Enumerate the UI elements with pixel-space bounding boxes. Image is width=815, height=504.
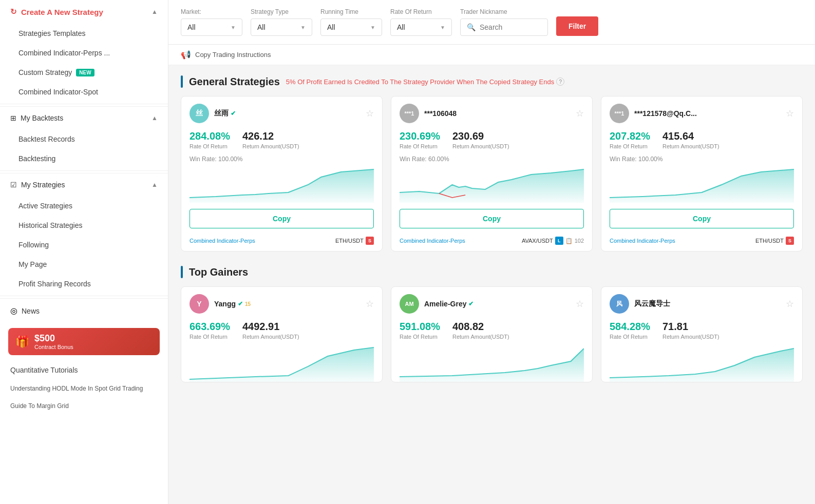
win-rate: Win Rate: 100.00% bbox=[601, 156, 802, 167]
sidebar-item-margin-grid[interactable]: Guide To Margin Grid bbox=[0, 397, 168, 415]
star-button[interactable]: ☆ bbox=[366, 108, 374, 119]
card-footer: Combined Indicator-Perps ETH/USDT S bbox=[181, 235, 382, 251]
market-select[interactable]: All ▼ bbox=[181, 18, 242, 36]
trader-nickname-group: Trader Nickname 🔍 bbox=[460, 8, 548, 36]
card-tag[interactable]: Combined Indicator-Perps bbox=[189, 238, 255, 244]
sidebar-item-custom-strategy[interactable]: Custom Strategy NEW bbox=[0, 63, 168, 82]
sidebar-item-hodl[interactable]: Understanding HODL Mode In Spot Grid Tra… bbox=[0, 380, 168, 397]
strategies-icon: ☑ bbox=[10, 181, 17, 189]
amount-value: 230.69 bbox=[452, 130, 509, 142]
chevron-down-icon: ▼ bbox=[370, 25, 375, 30]
rate-value: 230.69% bbox=[400, 130, 440, 142]
card-footer: Combined Indicator-Perps ETH/USDT S bbox=[601, 235, 802, 251]
card-header: ***1 ***121578@Qq.C... ☆ bbox=[601, 96, 802, 127]
amount-value: 408.82 bbox=[452, 321, 509, 333]
return-amount-stat: 415.64 Return Amount(USDT) bbox=[662, 130, 719, 149]
card-pair: ETH/USDT S bbox=[335, 237, 374, 245]
sidebar-item-strategies-templates[interactable]: Strategies Templates bbox=[0, 24, 168, 43]
username: ***121578@Qq.C... bbox=[634, 109, 697, 118]
strategy-type-select[interactable]: All ▼ bbox=[251, 18, 312, 36]
sidebar-item-backtest-records[interactable]: Backtest Records bbox=[0, 129, 168, 149]
amount-label: Return Amount(USDT) bbox=[662, 143, 719, 149]
star-button[interactable]: ☆ bbox=[786, 108, 794, 119]
verified-icon: ✔ bbox=[231, 110, 236, 117]
sidebar-item-profit-sharing-records[interactable]: Profit Sharing Records bbox=[0, 274, 168, 294]
running-time-label: Running Time bbox=[320, 8, 382, 15]
content-area: General Strategies 5% Of Profit Earned I… bbox=[168, 65, 815, 407]
sidebar-item-combined-indicator-perps[interactable]: Combined Indicator-Perps ... bbox=[0, 43, 168, 63]
bonus-banner[interactable]: 🎁 $500 Contract Bonus bbox=[8, 328, 160, 355]
running-time-select[interactable]: All ▼ bbox=[320, 18, 382, 36]
sidebar-item-label: Historical Strategies bbox=[18, 221, 83, 229]
card-stats: 230.69% Rate Of Return 230.69 Return Amo… bbox=[391, 127, 592, 156]
card-pair: ETH/USDT S bbox=[755, 237, 794, 245]
star-button[interactable]: ☆ bbox=[576, 298, 584, 309]
avatar: 丝 bbox=[189, 104, 209, 123]
general-strategies-grid: 丝 丝雨 ✔ ☆ 284.08% Rate Of Return 426.12 bbox=[181, 96, 803, 251]
rate-label: Rate Of Return bbox=[610, 334, 650, 340]
divider bbox=[0, 170, 168, 171]
rate-of-return-label: Rate Of Return bbox=[390, 8, 452, 15]
copy-button-3[interactable]: Copy bbox=[610, 209, 794, 228]
sidebar-item-backtesting[interactable]: Backtesting bbox=[0, 149, 168, 168]
return-amount-stat: 426.12 Return Amount(USDT) bbox=[242, 130, 299, 149]
copy-button-2[interactable]: Copy bbox=[400, 209, 584, 228]
news-section[interactable]: ◎ News bbox=[0, 298, 168, 323]
rate-of-return-stat: 591.08% Rate Of Return bbox=[400, 321, 440, 340]
sidebar-item-my-page[interactable]: My Page bbox=[0, 255, 168, 274]
sidebar-item-active-strategies[interactable]: Active Strategies bbox=[0, 196, 168, 216]
general-strategies-header: General Strategies 5% Of Profit Earned I… bbox=[181, 75, 803, 88]
strategy-card-2: ***1 ***106048 ☆ 230.69% Rate Of Return … bbox=[391, 96, 593, 251]
username: 风云魔导士 bbox=[634, 299, 670, 308]
filter-button[interactable]: Filter bbox=[556, 16, 598, 36]
bonus-label: Contract Bonus bbox=[34, 344, 73, 350]
rate-value: 207.82% bbox=[610, 130, 650, 142]
username: Yangg ✔ 15 bbox=[214, 300, 251, 308]
card-user: 丝 丝雨 ✔ bbox=[189, 104, 236, 123]
sidebar-item-label: Guide To Margin Grid bbox=[10, 402, 69, 410]
card-chart bbox=[181, 167, 382, 203]
sidebar-item-combined-indicator-spot[interactable]: Combined Indicator-Spot bbox=[0, 82, 168, 102]
verified-icon: ✔ bbox=[468, 300, 473, 307]
running-time-value: All bbox=[327, 23, 335, 31]
my-backtests-section[interactable]: ⊞ My Backtests ▲ bbox=[0, 106, 168, 129]
my-strategies-section[interactable]: ☑ My Strategies ▲ bbox=[0, 173, 168, 196]
username: 丝雨 ✔ bbox=[214, 109, 236, 118]
star-button[interactable]: ☆ bbox=[576, 108, 584, 119]
create-strategy-label: ↻ Create A New Strategy bbox=[10, 7, 103, 16]
star-button[interactable]: ☆ bbox=[786, 298, 794, 309]
rate-of-return-select[interactable]: All ▼ bbox=[390, 18, 452, 36]
divider bbox=[0, 104, 168, 104]
card-tag[interactable]: Combined Indicator-Perps bbox=[400, 238, 465, 244]
general-strategies-title: General Strategies bbox=[189, 76, 280, 88]
card-user: 风 风云魔导士 bbox=[610, 294, 670, 314]
chevron-up-icon: ▲ bbox=[151, 114, 158, 122]
sidebar-item-quantitative-tutorials[interactable]: Quantitative Tutorials bbox=[0, 360, 168, 380]
amount-label: Return Amount(USDT) bbox=[242, 143, 299, 149]
win-rate: Win Rate: 60.00% bbox=[391, 156, 592, 167]
rate-of-return-stat: 207.82% Rate Of Return bbox=[610, 130, 650, 149]
amount-label: Return Amount(USDT) bbox=[242, 334, 299, 340]
top-gainer-card-2: AM Amelie-Grey ✔ ☆ 591.08% Rate Of Retur… bbox=[391, 286, 593, 382]
sidebar-item-following[interactable]: Following bbox=[0, 235, 168, 255]
info-icon[interactable]: ? bbox=[556, 77, 564, 86]
create-strategy-section[interactable]: ↻ Create A New Strategy ▲ bbox=[0, 0, 168, 24]
card-chart bbox=[391, 167, 592, 203]
market-value: All bbox=[187, 23, 196, 31]
copy-instructions[interactable]: 📢 Copy Trading Instructions bbox=[168, 45, 815, 65]
top-gainer-card-3: 风 风云魔导士 ☆ 584.28% Rate Of Return bbox=[601, 286, 803, 382]
sidebar-item-label: Active Strategies bbox=[18, 202, 72, 210]
star-button[interactable]: ☆ bbox=[366, 298, 374, 309]
filters-bar: Market: All ▼ Strategy Type All ▼ Runnin… bbox=[168, 0, 815, 45]
username-text: ***106048 bbox=[424, 109, 457, 118]
search-input[interactable] bbox=[480, 23, 541, 31]
card-tag[interactable]: Combined Indicator-Perps bbox=[610, 238, 675, 244]
copy-button-1[interactable]: Copy bbox=[189, 209, 374, 228]
rate-value: 663.69% bbox=[189, 321, 230, 333]
sidebar-item-label: Understanding HODL Mode In Spot Grid Tra… bbox=[10, 385, 143, 392]
sidebar-item-historical-strategies[interactable]: Historical Strategies bbox=[0, 216, 168, 235]
username-text: Yangg bbox=[214, 300, 236, 308]
pair-text: AVAX/USDT bbox=[522, 238, 553, 244]
market-filter-group: Market: All ▼ bbox=[181, 8, 242, 36]
card-user: ***1 ***121578@Qq.C... bbox=[610, 104, 697, 123]
